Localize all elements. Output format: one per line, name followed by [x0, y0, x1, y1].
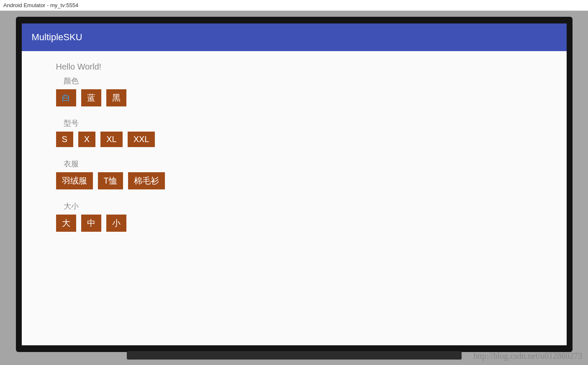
watermark-text: http://blog.csdn.net/u012860273 [473, 351, 582, 361]
sku-chip[interactable]: XL [100, 132, 122, 147]
app-screen: MultipleSKU Hello World! 颜色白蓝黑型号SXXLXXL衣… [22, 23, 567, 345]
window-title: Android Emulator - my_tv:5554 [3, 2, 78, 8]
sku-chip[interactable]: 小 [106, 215, 126, 232]
group-label: 型号 [64, 118, 567, 128]
group-label: 颜色 [64, 76, 567, 86]
tv-frame: MultipleSKU Hello World! 颜色白蓝黑型号SXXLXXL衣… [16, 17, 573, 352]
sku-chip[interactable]: S [56, 132, 73, 147]
window-titlebar: Android Emulator - my_tv:5554 [0, 0, 588, 11]
chip-row: SXXLXXL [56, 132, 567, 147]
content-area: Hello World! 颜色白蓝黑型号SXXLXXL衣服羽绒服T恤棉毛衫大小大… [22, 51, 567, 345]
app-bar: MultipleSKU [22, 23, 567, 51]
sku-chip[interactable]: XXL [128, 132, 155, 147]
sku-chip[interactable]: T恤 [98, 172, 123, 189]
chip-row: 白蓝黑 [56, 89, 567, 106]
sku-chip[interactable]: 羽绒服 [56, 172, 93, 189]
chip-row: 羽绒服T恤棉毛衫 [56, 172, 567, 189]
sku-chip[interactable]: 白 [56, 89, 76, 106]
app-title: MultipleSKU [32, 32, 82, 43]
sku-chip[interactable]: 黑 [106, 89, 126, 106]
sku-chip[interactable]: X [78, 132, 95, 147]
sku-chip[interactable]: 棉毛衫 [128, 172, 165, 189]
greeting-text: Hello World! [56, 62, 567, 72]
emulator-area: MultipleSKU Hello World! 颜色白蓝黑型号SXXLXXL衣… [0, 11, 588, 365]
tv-stand [127, 351, 462, 360]
sku-chip[interactable]: 蓝 [81, 89, 101, 106]
group-label: 衣服 [64, 159, 567, 169]
sku-chip[interactable]: 中 [81, 215, 101, 232]
sku-chip[interactable]: 大 [56, 215, 76, 232]
group-label: 大小 [64, 201, 567, 211]
chip-row: 大中小 [56, 215, 567, 232]
